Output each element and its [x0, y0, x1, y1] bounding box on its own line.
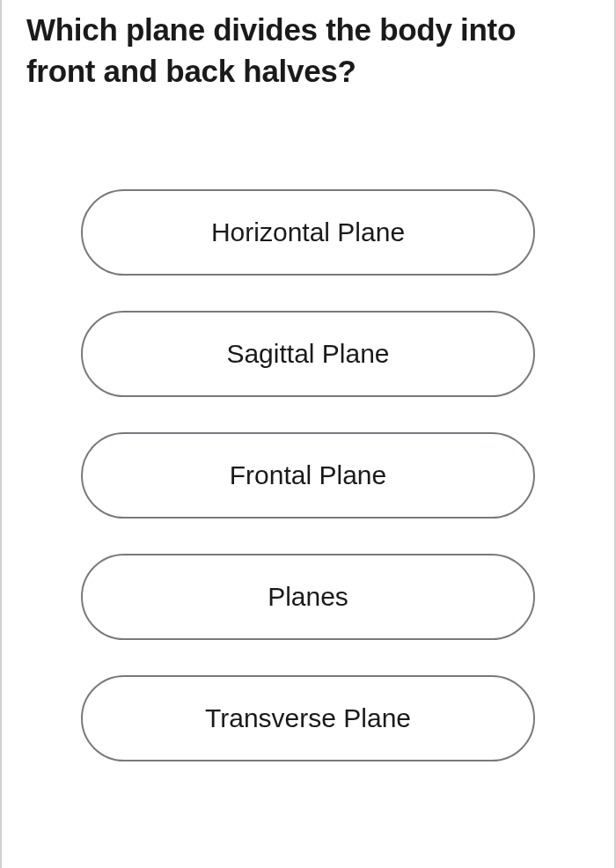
option-frontal-plane[interactable]: Frontal Plane: [81, 432, 535, 519]
option-transverse-plane[interactable]: Transverse Plane: [81, 675, 535, 761]
option-label: Transverse Plane: [205, 703, 411, 733]
option-label: Sagittal Plane: [226, 339, 389, 369]
question-text: Which plane divides the body into front …: [2, 0, 614, 92]
option-horizontal-plane[interactable]: Horizontal Plane: [81, 189, 535, 276]
option-label: Frontal Plane: [230, 460, 386, 490]
option-label: Horizontal Plane: [211, 217, 405, 247]
option-planes[interactable]: Planes: [81, 554, 535, 640]
quiz-container: Which plane divides the body into front …: [0, 0, 616, 868]
option-sagittal-plane[interactable]: Sagittal Plane: [81, 311, 535, 397]
options-list: Horizontal Plane Sagittal Plane Frontal …: [2, 189, 614, 761]
option-label: Planes: [268, 582, 348, 612]
